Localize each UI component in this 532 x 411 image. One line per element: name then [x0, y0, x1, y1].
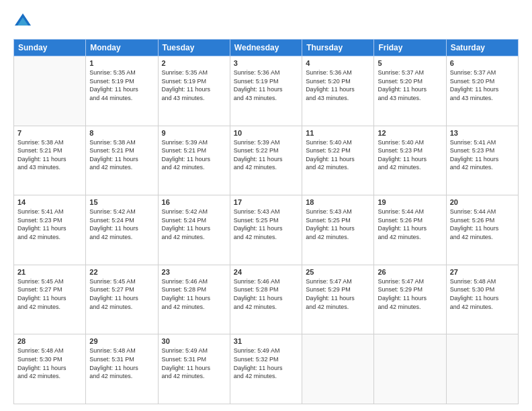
day-number: 1 [89, 59, 154, 67]
day-info: Sunrise: 5:43 AM Sunset: 5:25 PM Dayligh… [306, 208, 370, 241]
day-number: 19 [378, 198, 442, 206]
calendar-week-row: 1Sunrise: 5:35 AM Sunset: 5:19 PM Daylig… [14, 56, 519, 126]
calendar-cell: 9Sunrise: 5:39 AM Sunset: 5:21 PM Daylig… [158, 126, 230, 195]
calendar-cell: 8Sunrise: 5:38 AM Sunset: 5:21 PM Daylig… [86, 126, 158, 195]
calendar-cell: 20Sunrise: 5:44 AM Sunset: 5:26 PM Dayli… [446, 195, 518, 265]
calendar-cell [14, 56, 86, 126]
day-number: 18 [306, 198, 370, 206]
calendar-cell: 30Sunrise: 5:49 AM Sunset: 5:31 PM Dayli… [158, 334, 230, 404]
calendar-cell: 28Sunrise: 5:48 AM Sunset: 5:30 PM Dayli… [14, 334, 86, 404]
day-of-week-header: Monday [86, 40, 158, 56]
day-number: 27 [450, 268, 515, 276]
logo [13, 12, 35, 31]
day-number: 6 [450, 59, 515, 67]
day-number: 2 [162, 59, 226, 67]
day-info: Sunrise: 5:47 AM Sunset: 5:29 PM Dayligh… [306, 277, 370, 311]
day-info: Sunrise: 5:48 AM Sunset: 5:30 PM Dayligh… [17, 347, 82, 380]
day-info: Sunrise: 5:46 AM Sunset: 5:28 PM Dayligh… [162, 277, 226, 311]
day-info: Sunrise: 5:39 AM Sunset: 5:22 PM Dayligh… [234, 138, 298, 172]
day-of-week-header: Saturday [446, 40, 518, 56]
day-number: 11 [306, 129, 370, 137]
day-info: Sunrise: 5:35 AM Sunset: 5:19 PM Dayligh… [162, 68, 226, 102]
day-number: 16 [162, 198, 226, 206]
calendar-cell: 7Sunrise: 5:38 AM Sunset: 5:21 PM Daylig… [14, 126, 86, 195]
day-of-week-header: Thursday [302, 40, 374, 56]
day-info: Sunrise: 5:35 AM Sunset: 5:19 PM Dayligh… [89, 68, 154, 102]
day-info: Sunrise: 5:45 AM Sunset: 5:27 PM Dayligh… [17, 277, 82, 311]
day-number: 13 [450, 129, 515, 137]
calendar-week-row: 28Sunrise: 5:48 AM Sunset: 5:30 PM Dayli… [14, 334, 519, 404]
day-number: 17 [234, 198, 298, 206]
day-info: Sunrise: 5:45 AM Sunset: 5:27 PM Dayligh… [89, 277, 154, 311]
calendar-cell: 26Sunrise: 5:47 AM Sunset: 5:29 PM Dayli… [374, 265, 446, 334]
header [13, 12, 519, 31]
day-number: 25 [306, 268, 370, 276]
calendar-cell: 4Sunrise: 5:36 AM Sunset: 5:20 PM Daylig… [302, 56, 374, 126]
calendar-cell: 14Sunrise: 5:41 AM Sunset: 5:23 PM Dayli… [14, 195, 86, 265]
day-info: Sunrise: 5:47 AM Sunset: 5:29 PM Dayligh… [378, 277, 442, 311]
calendar-cell: 5Sunrise: 5:37 AM Sunset: 5:20 PM Daylig… [374, 56, 446, 126]
day-of-week-header: Sunday [14, 40, 86, 56]
calendar-cell: 24Sunrise: 5:46 AM Sunset: 5:28 PM Dayli… [230, 265, 302, 334]
logo-icon [13, 12, 32, 31]
day-info: Sunrise: 5:44 AM Sunset: 5:26 PM Dayligh… [378, 208, 442, 241]
calendar-week-row: 14Sunrise: 5:41 AM Sunset: 5:23 PM Dayli… [14, 195, 519, 265]
calendar-cell: 2Sunrise: 5:35 AM Sunset: 5:19 PM Daylig… [158, 56, 230, 126]
calendar-week-row: 7Sunrise: 5:38 AM Sunset: 5:21 PM Daylig… [14, 126, 519, 195]
day-of-week-header: Wednesday [230, 40, 302, 56]
day-info: Sunrise: 5:41 AM Sunset: 5:23 PM Dayligh… [17, 208, 82, 241]
day-info: Sunrise: 5:39 AM Sunset: 5:21 PM Dayligh… [162, 138, 226, 172]
day-info: Sunrise: 5:43 AM Sunset: 5:25 PM Dayligh… [234, 208, 298, 241]
day-number: 10 [234, 129, 298, 137]
calendar-table: SundayMondayTuesdayWednesdayThursdayFrid… [13, 39, 519, 404]
day-info: Sunrise: 5:41 AM Sunset: 5:23 PM Dayligh… [450, 138, 515, 172]
day-info: Sunrise: 5:38 AM Sunset: 5:21 PM Dayligh… [89, 138, 154, 172]
day-info: Sunrise: 5:42 AM Sunset: 5:24 PM Dayligh… [162, 208, 226, 241]
calendar-cell: 22Sunrise: 5:45 AM Sunset: 5:27 PM Dayli… [86, 265, 158, 334]
day-number: 7 [17, 129, 82, 137]
calendar-cell [302, 334, 374, 404]
calendar-cell: 3Sunrise: 5:36 AM Sunset: 5:19 PM Daylig… [230, 56, 302, 126]
day-number: 5 [378, 59, 442, 67]
day-info: Sunrise: 5:49 AM Sunset: 5:32 PM Dayligh… [234, 347, 298, 380]
calendar-cell: 11Sunrise: 5:40 AM Sunset: 5:22 PM Dayli… [302, 126, 374, 195]
day-number: 28 [17, 337, 82, 345]
calendar-cell: 25Sunrise: 5:47 AM Sunset: 5:29 PM Dayli… [302, 265, 374, 334]
day-info: Sunrise: 5:37 AM Sunset: 5:20 PM Dayligh… [450, 68, 515, 102]
day-info: Sunrise: 5:38 AM Sunset: 5:21 PM Dayligh… [17, 138, 82, 172]
day-info: Sunrise: 5:37 AM Sunset: 5:20 PM Dayligh… [378, 68, 442, 102]
day-of-week-header: Tuesday [158, 40, 230, 56]
day-number: 20 [450, 198, 515, 206]
day-info: Sunrise: 5:46 AM Sunset: 5:28 PM Dayligh… [234, 277, 298, 311]
calendar-cell: 10Sunrise: 5:39 AM Sunset: 5:22 PM Dayli… [230, 126, 302, 195]
day-number: 26 [378, 268, 442, 276]
day-info: Sunrise: 5:44 AM Sunset: 5:26 PM Dayligh… [450, 208, 515, 241]
calendar-week-row: 21Sunrise: 5:45 AM Sunset: 5:27 PM Dayli… [14, 265, 519, 334]
calendar-cell [446, 334, 518, 404]
day-number: 14 [17, 198, 82, 206]
day-number: 22 [89, 268, 154, 276]
day-number: 29 [89, 337, 154, 345]
calendar-cell: 16Sunrise: 5:42 AM Sunset: 5:24 PM Dayli… [158, 195, 230, 265]
day-number: 24 [234, 268, 298, 276]
calendar-cell: 15Sunrise: 5:42 AM Sunset: 5:24 PM Dayli… [86, 195, 158, 265]
calendar-header-row: SundayMondayTuesdayWednesdayThursdayFrid… [14, 40, 519, 56]
day-info: Sunrise: 5:40 AM Sunset: 5:22 PM Dayligh… [306, 138, 370, 172]
calendar-cell: 19Sunrise: 5:44 AM Sunset: 5:26 PM Dayli… [374, 195, 446, 265]
day-number: 9 [162, 129, 226, 137]
calendar-cell: 23Sunrise: 5:46 AM Sunset: 5:28 PM Dayli… [158, 265, 230, 334]
calendar-cell: 1Sunrise: 5:35 AM Sunset: 5:19 PM Daylig… [86, 56, 158, 126]
day-info: Sunrise: 5:49 AM Sunset: 5:31 PM Dayligh… [162, 347, 226, 380]
calendar-cell: 29Sunrise: 5:48 AM Sunset: 5:31 PM Dayli… [86, 334, 158, 404]
calendar-cell: 12Sunrise: 5:40 AM Sunset: 5:23 PM Dayli… [374, 126, 446, 195]
day-number: 3 [234, 59, 298, 67]
calendar-cell: 18Sunrise: 5:43 AM Sunset: 5:25 PM Dayli… [302, 195, 374, 265]
calendar-cell: 27Sunrise: 5:48 AM Sunset: 5:30 PM Dayli… [446, 265, 518, 334]
day-info: Sunrise: 5:40 AM Sunset: 5:23 PM Dayligh… [378, 138, 442, 172]
calendar-cell: 31Sunrise: 5:49 AM Sunset: 5:32 PM Dayli… [230, 334, 302, 404]
day-info: Sunrise: 5:48 AM Sunset: 5:31 PM Dayligh… [89, 347, 154, 380]
day-number: 4 [306, 59, 370, 67]
page: SundayMondayTuesdayWednesdayThursdayFrid… [0, 0, 532, 411]
day-number: 23 [162, 268, 226, 276]
day-info: Sunrise: 5:36 AM Sunset: 5:20 PM Dayligh… [306, 68, 370, 102]
